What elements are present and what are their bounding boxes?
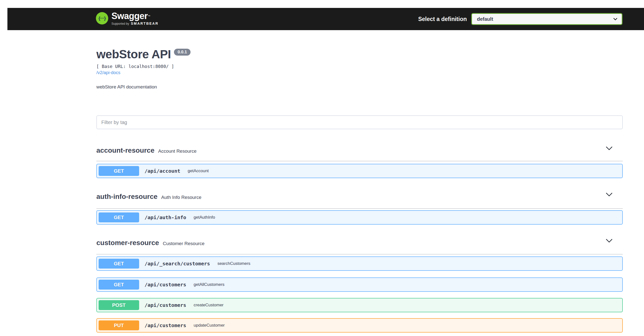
chevron-down-icon[interactable] xyxy=(606,192,612,197)
smartbear-wordmark: SMARTBEAR xyxy=(131,22,158,26)
tag-section-header-customer-resource[interactable]: customer-resource Customer Resource xyxy=(96,239,623,248)
swagger-logo-icon: {···} xyxy=(96,12,108,24)
logo-support-row: Supported by SMARTBEAR xyxy=(112,22,158,26)
operation-path: /api/auth-info xyxy=(144,214,186,220)
operation-id: getAccount xyxy=(188,168,209,174)
http-method-badge: GET xyxy=(98,280,139,290)
chevron-down-icon[interactable] xyxy=(606,239,612,243)
operation-id: createCustomer xyxy=(194,303,224,308)
http-method-badge: PUT xyxy=(98,320,139,330)
version-badge: 0.0.1 xyxy=(174,49,191,56)
operation-path: /api/_search/customers xyxy=(144,261,210,266)
definition-select-label: Select a definition xyxy=(418,16,467,22)
operation-row-get-customers[interactable]: GET /api/customers getAllCustomers xyxy=(96,278,623,292)
operation-path: /api/account xyxy=(144,168,180,174)
logo-brand-word: Swagger xyxy=(112,11,148,21)
tag-section-header-auth-info-resource[interactable]: auth-info-resource Auth Info Resource xyxy=(96,193,623,201)
tag-name: customer-resource xyxy=(96,239,159,246)
operation-id: updateCustomer xyxy=(194,323,225,328)
definition-select-wrap: default xyxy=(471,13,622,25)
operation-row-get-account[interactable]: GET /api/account getAccount xyxy=(96,164,623,178)
logo-braces-glyph: {···} xyxy=(98,16,106,21)
section-divider xyxy=(96,161,623,161)
operation-id: getAuthInfo xyxy=(194,215,215,220)
operation-id: searchCustomers xyxy=(218,261,250,266)
page-title: webStore API xyxy=(96,48,171,61)
http-method-badge: GET xyxy=(98,259,139,268)
http-method-badge: GET xyxy=(98,212,139,222)
api-description: webStore API documentation xyxy=(96,84,157,90)
logo-text: Swagger™ Supported by SMARTBEAR xyxy=(112,11,158,26)
operation-row-post-customers[interactable]: POST /api/customers createCustomer xyxy=(96,298,623,312)
logo-brand-text: Swagger™ xyxy=(112,11,158,21)
supported-by-text: Supported by xyxy=(112,22,129,26)
swagger-ui-page: {···} Swagger™ Supported by SMARTBEAR Se… xyxy=(0,0,644,336)
section-divider xyxy=(96,208,623,209)
operation-row-get-search-customers[interactable]: GET /api/_search/customers searchCustome… xyxy=(96,256,623,271)
tag-section-header-account-resource[interactable]: account-resource Account Resource xyxy=(96,147,623,155)
filter-by-tag-input[interactable] xyxy=(96,116,623,129)
http-method-badge: GET xyxy=(98,166,139,176)
tag-description: Auth Info Resource xyxy=(161,195,202,200)
tag-name: auth-info-resource xyxy=(96,193,158,200)
trademark-symbol: ™ xyxy=(148,14,150,18)
base-url-text: [ Base URL: localhost:8080/ ] xyxy=(96,64,174,69)
definition-select[interactable]: default xyxy=(471,13,622,25)
api-title-group: webStore API 0.0.1 xyxy=(96,48,190,61)
topbar: {···} Swagger™ Supported by SMARTBEAR Se… xyxy=(8,8,644,30)
section-divider xyxy=(96,254,623,254)
swagger-logo[interactable]: {···} Swagger™ Supported by SMARTBEAR xyxy=(96,11,158,26)
http-method-badge: POST xyxy=(98,300,139,310)
operation-row-get-auth-info[interactable]: GET /api/auth-info getAuthInfo xyxy=(96,210,623,224)
chevron-down-icon[interactable] xyxy=(606,146,612,150)
tag-description: Customer Resource xyxy=(163,241,204,246)
operation-path: /api/customers xyxy=(144,282,186,288)
definition-selector-group: Select a definition default xyxy=(418,8,622,30)
tag-description: Account Resource xyxy=(158,148,196,154)
operation-path: /api/customers xyxy=(144,302,186,308)
operation-id: getAllCustomers xyxy=(194,282,225,287)
operation-path: /api/customers xyxy=(144,322,186,328)
spec-link[interactable]: /v2/api-docs xyxy=(96,70,120,75)
tag-name: account-resource xyxy=(96,147,154,154)
operation-row-put-customers[interactable]: PUT /api/customers updateCustomer xyxy=(96,318,623,332)
